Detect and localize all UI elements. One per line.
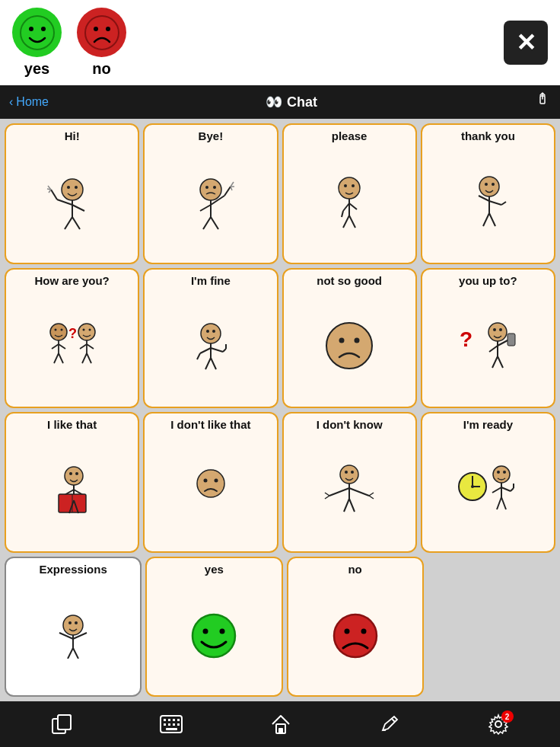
svg-line-71 — [197, 353, 200, 359]
svg-line-54 — [59, 344, 65, 349]
svg-point-41 — [485, 183, 488, 186]
svg-point-66 — [201, 324, 221, 343]
nav-bar: ‹ Home 👀 Chat — [0, 85, 560, 119]
card-yes-label: yes — [205, 563, 224, 576]
pencil-button[interactable] — [379, 713, 400, 735]
card-how-are-you[interactable]: How are you? ? — [5, 268, 139, 409]
grid-row-2: How are you? ? — [5, 268, 555, 409]
svg-rect-153 — [168, 723, 170, 726]
settings-badge: 2 — [501, 710, 514, 723]
svg-point-102 — [203, 479, 207, 483]
svg-text:?: ? — [460, 327, 473, 351]
svg-line-72 — [211, 348, 223, 352]
card-im-fine-img — [148, 288, 273, 404]
card-hi[interactable]: Hi! — [5, 123, 139, 264]
svg-point-32 — [344, 184, 347, 187]
svg-point-8 — [67, 186, 70, 189]
card-i-dont-like-that-img — [148, 432, 273, 548]
svg-point-0 — [21, 16, 54, 49]
svg-point-68 — [212, 330, 215, 333]
card-you-up-to-label: you up to? — [459, 274, 517, 288]
yes-button[interactable]: yes — [12, 8, 62, 78]
svg-point-101 — [197, 470, 224, 497]
card-im-fine-label: I'm fine — [191, 274, 231, 288]
svg-line-128 — [497, 497, 501, 509]
svg-point-60 — [89, 328, 91, 330]
svg-line-45 — [489, 201, 501, 205]
svg-line-39 — [349, 215, 355, 228]
svg-line-24 — [224, 187, 231, 196]
svg-text:?: ? — [68, 326, 77, 341]
svg-point-139 — [203, 628, 208, 634]
card-im-fine[interactable]: I'm fine — [143, 268, 278, 409]
svg-point-140 — [220, 628, 225, 634]
svg-point-21 — [213, 186, 216, 189]
card-please[interactable]: please — [282, 123, 417, 264]
card-thank-you[interactable]: thank you — [421, 123, 555, 264]
nav-title: 👀 Chat — [49, 94, 534, 110]
card-please-label: please — [332, 129, 368, 143]
card-i-like-that[interactable]: I like that — [5, 412, 139, 553]
home-button[interactable] — [270, 713, 291, 735]
svg-point-132 — [75, 621, 78, 624]
svg-point-81 — [488, 323, 507, 341]
svg-point-82 — [493, 328, 496, 331]
svg-line-110 — [325, 496, 329, 499]
svg-line-65 — [87, 353, 91, 363]
svg-point-33 — [352, 184, 355, 187]
svg-rect-150 — [173, 719, 175, 721]
card-im-ready[interactable]: I'm ready — [421, 412, 555, 553]
home-nav-button[interactable]: ‹ Home — [9, 95, 49, 109]
svg-rect-154 — [173, 723, 175, 726]
copy-button[interactable] — [51, 713, 72, 735]
svg-point-7 — [62, 179, 83, 200]
svg-line-126 — [511, 488, 514, 491]
svg-line-125 — [501, 487, 511, 491]
svg-line-87 — [489, 346, 498, 352]
svg-line-48 — [489, 213, 495, 226]
no-button[interactable]: no — [77, 8, 126, 78]
keyboard-button[interactable] — [160, 715, 183, 733]
svg-line-15 — [49, 190, 51, 193]
svg-point-161 — [495, 721, 501, 727]
card-yes[interactable]: yes — [145, 557, 282, 698]
svg-line-12 — [51, 190, 57, 200]
chat-label: Chat — [287, 94, 317, 110]
svg-line-75 — [205, 358, 211, 369]
svg-point-59 — [83, 328, 85, 330]
svg-point-49 — [50, 324, 67, 340]
svg-point-79 — [355, 337, 360, 343]
svg-point-40 — [479, 177, 499, 196]
card-i-dont-like-that[interactable]: I don't like that — [143, 412, 278, 553]
svg-line-18 — [72, 217, 80, 229]
card-thank-you-label: thank you — [461, 129, 515, 143]
svg-point-104 — [340, 465, 358, 484]
close-button[interactable]: ✕ — [504, 21, 548, 65]
svg-line-35 — [343, 203, 349, 211]
card-not-so-good-label: not so good — [317, 274, 382, 288]
svg-point-141 — [334, 615, 377, 657]
card-how-are-you-img: ? — [9, 288, 135, 404]
grid-area: Hi! — [0, 119, 560, 701]
svg-line-62 — [80, 344, 87, 349]
svg-line-63 — [87, 344, 94, 349]
svg-point-138 — [192, 615, 235, 657]
card-i-dont-know[interactable]: I don't know — [282, 412, 417, 553]
card-yes-img — [150, 576, 278, 693]
settings-button[interactable]: 2 — [488, 713, 509, 735]
share-button[interactable] — [534, 91, 551, 113]
svg-point-67 — [206, 330, 209, 333]
card-you-up-to[interactable]: you up to? ? — [421, 268, 555, 409]
card-not-so-good-img — [287, 288, 412, 404]
svg-point-83 — [499, 328, 502, 331]
card-bye[interactable]: Bye! — [143, 123, 278, 264]
svg-point-42 — [492, 183, 495, 186]
card-im-ready-label: I'm ready — [463, 418, 513, 432]
no-face — [77, 8, 126, 57]
card-how-are-you-label: How are you? — [34, 274, 109, 288]
card-not-so-good[interactable]: not so good — [282, 268, 417, 409]
svg-line-129 — [501, 497, 506, 509]
card-no[interactable]: no — [287, 557, 424, 698]
card-expressions[interactable]: Expressions — [5, 557, 142, 698]
svg-line-29 — [203, 217, 211, 229]
